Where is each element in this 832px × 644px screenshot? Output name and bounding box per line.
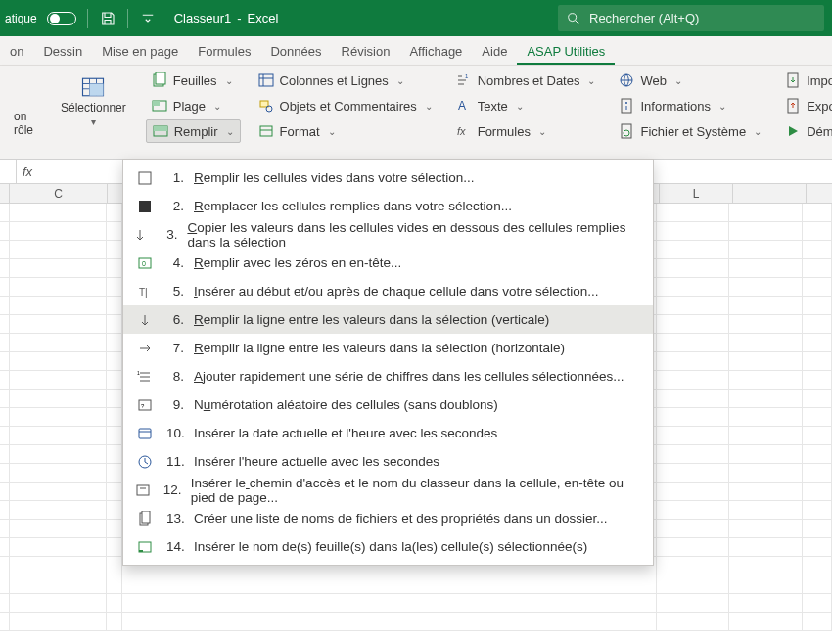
svg-text:1: 1 (137, 370, 140, 376)
menu-item-12[interactable]: 12.Insérer le chemin d'accès et le nom d… (123, 476, 653, 504)
tab-asap-utilities[interactable]: ASAP Utilities (517, 39, 615, 65)
menu-item-14[interactable]: 14.Insérer le nom de(s) feuille(s) dans … (123, 532, 653, 561)
table-row[interactable] (0, 594, 832, 613)
menu-item-7[interactable]: 7.Remplir la ligne entre les valeurs dan… (123, 334, 653, 362)
grid-select-icon (79, 73, 107, 101)
menu-item-3[interactable]: 3.Copier les valeurs dans les cellules v… (123, 220, 653, 249)
column-header[interactable] (733, 184, 807, 203)
Remplir-icon (153, 123, 168, 139)
svg-text:T|: T| (139, 287, 148, 298)
feuilles-button[interactable]: Feuilles⌄ (146, 68, 241, 93)
menu-item-10[interactable]: 10.Insérer la date actuelle et l'heure a… (123, 419, 653, 447)
column-header[interactable] (108, 184, 123, 203)
menu-item-icon (137, 341, 153, 356)
table-row[interactable] (0, 575, 832, 594)
d-marrer-button[interactable]: Démarrer⌄ (779, 118, 832, 144)
remplir-dropdown-menu: 1.Remplir les cellules vides dans votre … (122, 159, 654, 566)
menu-item-label: Remplir la ligne entre les valeurs dans … (194, 312, 549, 327)
svg-rect-17 (260, 101, 268, 107)
menu-item-5[interactable]: T|5.Insérer au début et/ou après de chaq… (123, 277, 653, 305)
Informations-icon (619, 98, 634, 114)
menu-item-icon (137, 539, 153, 555)
menu-item-1[interactable]: 1.Remplir les cellules vides dans votre … (123, 163, 653, 192)
column-header[interactable] (0, 184, 10, 203)
Formules-icon: fx (456, 123, 472, 139)
menu-item-label: Insérer au début et/ou après de chaque c… (194, 284, 599, 299)
svg-rect-14 (259, 74, 273, 86)
menu-item-4[interactable]: 04.Remplir avec les zéros en en-tête... (123, 249, 653, 277)
menu-item-label: Insérer le chemin d'accès et le nom du c… (191, 476, 643, 505)
column-header[interactable]: L (660, 184, 733, 203)
Web-icon (619, 72, 634, 88)
remplir-button[interactable]: Remplir⌄ (146, 119, 241, 143)
formules-button[interactable]: fxFormules⌄ (450, 118, 602, 144)
colonnes-et-lignes-button[interactable]: Colonnes et Lignes⌄ (253, 68, 439, 93)
exporter-button[interactable]: Exporter⌄ (779, 93, 832, 118)
menu-item-icon (137, 312, 153, 328)
search-box[interactable]: Rechercher (Alt+Q) (558, 5, 824, 31)
svg-text:A: A (458, 99, 466, 113)
tab-on[interactable]: on (0, 39, 33, 65)
title-bar: atique Classeur1 - Excel Rechercher (Alt… (0, 0, 832, 36)
menu-item-2[interactable]: 2.Remplacer les cellules remplies dans v… (123, 192, 653, 220)
texte-button[interactable]: ATexte⌄ (450, 93, 602, 118)
svg-point-18 (266, 106, 272, 112)
objets-et-commentaires-button[interactable]: Objets et Commentaires⌄ (253, 93, 439, 118)
column-header[interactable]: C (10, 184, 108, 203)
svg-rect-13 (154, 126, 167, 131)
menu-item-icon (137, 426, 153, 441)
save-icon[interactable] (99, 10, 116, 27)
menu-item-label: Remplacer les cellules remplies dans vot… (194, 199, 512, 213)
menu-item-icon: ? (137, 397, 153, 413)
svg-rect-39 (139, 172, 151, 184)
select-button[interactable]: Sélectionner ▾ (53, 68, 134, 133)
svg-rect-9 (156, 72, 165, 84)
format-button[interactable]: Format⌄ (253, 118, 439, 144)
menu-item-label: Copier les valeurs dans les cellules vid… (187, 220, 643, 250)
importer-button[interactable]: Importer⌄ (779, 68, 832, 93)
fichier-et-syst-me-button[interactable]: Fichier et Système⌄ (613, 118, 767, 144)
menu-item-label: Remplir avec les zéros en en-tête... (194, 255, 401, 270)
tab-formules[interactable]: Formules (188, 39, 260, 65)
menu-item-9[interactable]: ?9.Numérotation aléatoire des cellules (… (123, 391, 653, 419)
quick-access-dropdown-icon[interactable] (139, 10, 157, 27)
menu-item-8[interactable]: 18.Ajouter rapidement une série de chiff… (123, 362, 653, 391)
autosave-toggle[interactable] (47, 12, 76, 25)
svg-marker-35 (789, 126, 798, 136)
Démarrer-icon (785, 123, 801, 139)
web-button[interactable]: Web⌄ (613, 68, 767, 93)
menu-item-icon (137, 454, 153, 470)
table-row[interactable] (0, 613, 832, 631)
informations-button[interactable]: Informations⌄ (613, 93, 767, 118)
svg-line-54 (145, 462, 148, 464)
svg-point-29 (625, 102, 627, 104)
search-icon (566, 11, 581, 26)
plage-button[interactable]: Plage⌄ (146, 93, 241, 118)
tab-dessin[interactable]: Dessin (33, 39, 92, 65)
fx-label[interactable]: fx (23, 164, 32, 179)
Format-icon (258, 123, 274, 139)
svg-rect-60 (139, 550, 143, 552)
tab-aide[interactable]: Aide (472, 39, 517, 65)
svg-line-1 (576, 21, 578, 23)
menu-item-icon: 0 (137, 255, 153, 271)
Fichier et Système-icon (619, 123, 634, 139)
tab-révision[interactable]: Révision (332, 39, 400, 65)
menu-item-icon (137, 511, 153, 527)
svg-text:1: 1 (465, 73, 469, 79)
tab-affichage[interactable]: Affichage (399, 39, 472, 65)
tab-données[interactable]: Données (260, 39, 331, 65)
menu-item-label: Insérer le nom de(s) feuille(s) dans la(… (194, 539, 587, 554)
svg-text:?: ? (141, 403, 145, 409)
svg-rect-55 (137, 485, 149, 495)
menu-item-6[interactable]: 6.Remplir la ligne entre les valeurs dan… (123, 305, 653, 334)
svg-rect-19 (260, 126, 272, 136)
ribbon-left-cut: on rôle (6, 80, 41, 143)
menu-item-13[interactable]: 13.Créer une liste de noms de fichiers e… (123, 504, 653, 532)
tab-mise-en-page[interactable]: Mise en page (92, 39, 188, 65)
svg-rect-50 (139, 429, 151, 438)
window-title: Classeur1 - Excel (174, 11, 279, 25)
nombres-et-dates-button[interactable]: 1Nombres et Dates⌄ (450, 68, 602, 93)
menu-item-11[interactable]: 11.Insérer l'heure actuelle avec les sec… (123, 447, 653, 476)
menu-item-label: Créer une liste de noms de fichiers et d… (194, 511, 607, 526)
